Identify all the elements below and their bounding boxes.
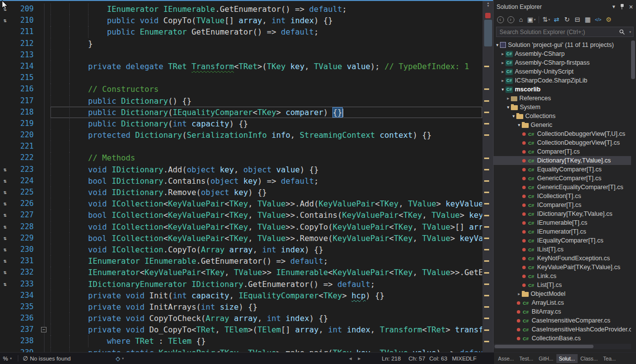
home-icon[interactable]: ⌂: [516, 15, 526, 24]
line-number[interactable]: 214: [10, 61, 38, 72]
tree-item[interactable]: C#CollectionDebuggerView[T,U].cs: [494, 129, 631, 138]
glyph-margin[interactable]: [0, 324, 10, 335]
tree-item[interactable]: ▸C#ICSharpCode.SharpZipLib: [494, 76, 631, 85]
code-text[interactable]: IEnumerator<KeyValuePair<TKey, TValue>> …: [50, 267, 482, 278]
collapsed-arrow-icon[interactable]: ▸: [516, 291, 522, 296]
tree-item[interactable]: C#Link.cs: [494, 272, 631, 281]
tree-item[interactable]: C#GenericComparer[T].cs: [494, 174, 631, 183]
tab-Class[interactable]: Class...: [578, 354, 600, 363]
switch-views-icon[interactable]: ▣▾: [527, 15, 536, 24]
code-text[interactable]: IEnumerator IEnumerable.GetEnumerator() …: [50, 255, 482, 267]
implements-link-icon[interactable]: ⇅: [0, 175, 10, 187]
tree-item[interactable]: C#IList[T].cs: [494, 245, 631, 254]
collapsed-arrow-icon[interactable]: ▸: [500, 60, 505, 65]
column-indicator[interactable]: Col: 63: [429, 353, 447, 364]
implements-link-icon[interactable]: ⇅: [0, 198, 10, 209]
search-icon[interactable]: [619, 29, 625, 35]
tree-item[interactable]: C#Dictionary[TKey,TValue].cs: [494, 156, 631, 165]
glyph-margin[interactable]: [0, 118, 10, 129]
line-number[interactable]: 212: [10, 38, 38, 49]
properties-icon[interactable]: ⚙: [604, 15, 613, 24]
tree-horizontal-scrollbar[interactable]: [494, 344, 631, 349]
tree-item[interactable]: ▾System: [494, 103, 631, 112]
tree-item[interactable]: ▸C#Assembly-CSharp-firstpass: [494, 58, 631, 67]
line-number[interactable]: 238: [10, 335, 38, 347]
code-text[interactable]: private void CopyToCheck(Array array, in…: [50, 313, 482, 324]
line-ending-indicator[interactable]: LF: [470, 353, 476, 364]
code-text[interactable]: private static KeyValuePair<TKey, TValue…: [50, 347, 482, 352]
code-text[interactable]: private delegate TRet Transform<TRet>(TK…: [50, 61, 482, 72]
line-number[interactable]: 235: [10, 301, 38, 313]
editor-scrollbar[interactable]: ▴▾: [482, 0, 493, 352]
expanded-arrow-icon[interactable]: ▾: [516, 122, 522, 127]
search-options-caret-icon[interactable]: ▾: [629, 30, 631, 34]
glyph-margin[interactable]: [0, 107, 10, 118]
glyph-margin[interactable]: [0, 95, 10, 107]
code-text[interactable]: void IDictionary.Add(object key, object …: [50, 164, 482, 175]
tree-item[interactable]: ▸C#Assembly-CSharp: [494, 49, 631, 58]
glyph-margin[interactable]: [0, 290, 10, 301]
tree-hscrollbar-thumb[interactable]: [495, 345, 593, 348]
pin-icon[interactable]: [620, 3, 625, 10]
editor-scrollbar-thumb[interactable]: [484, 20, 492, 46]
line-number[interactable]: 236: [10, 313, 38, 324]
glyph-margin[interactable]: [0, 301, 10, 313]
implements-link-icon[interactable]: ⇅: [0, 209, 10, 221]
code-text[interactable]: public Dictionary(IEqualityComparer<TKey…: [50, 107, 482, 118]
tree-item[interactable]: C#IEnumerator[T].cs: [494, 227, 631, 236]
line-number[interactable]: 221: [10, 141, 38, 152]
refresh-icon[interactable]: ↻: [562, 15, 572, 24]
tab-GitH[interactable]: GitH...: [536, 354, 556, 363]
code-text[interactable]: protected Dictionary(SerializationInfo i…: [50, 129, 482, 141]
tree-vertical-scrollbar[interactable]: [631, 40, 636, 342]
close-icon[interactable]: ×: [629, 4, 633, 10]
glyph-margin[interactable]: [0, 152, 10, 163]
line-number[interactable]: 224: [10, 175, 38, 187]
line-number[interactable]: 228: [10, 221, 38, 233]
glyph-margin[interactable]: [0, 83, 10, 95]
line-number[interactable]: 222: [10, 152, 38, 163]
code-text[interactable]: bool ICollection<KeyValuePair<TKey, TVal…: [50, 209, 482, 221]
glyph-margin[interactable]: [0, 38, 10, 49]
tree-item[interactable]: C#IComparer[T].cs: [494, 201, 631, 209]
code-text[interactable]: public Dictionary(int capacity) {}: [50, 118, 482, 129]
navigate-next-icon[interactable]: ►: [357, 356, 362, 361]
line-number[interactable]: 209: [10, 3, 38, 15]
line-number[interactable]: 237: [10, 324, 38, 335]
code-editor[interactable]: ⇅209IEnumerator IEnumerable.GetEnumerato…: [0, 0, 482, 352]
code-text[interactable]: IEnumerator IEnumerable.GetEnumerator() …: [50, 3, 482, 15]
implements-link-icon[interactable]: ⇅: [0, 164, 10, 175]
line-number[interactable]: 225: [10, 187, 38, 198]
line-number[interactable]: 230: [10, 244, 38, 255]
line-number[interactable]: 223: [10, 164, 38, 175]
tree-vscrollbar-thumb[interactable]: [631, 40, 635, 79]
navigate-prev-icon[interactable]: ◄: [348, 356, 353, 361]
code-text[interactable]: public Enumerator GetEnumerator() => def…: [50, 26, 482, 38]
line-number[interactable]: 220: [10, 129, 38, 141]
code-text[interactable]: private void Init(int capacity, IEqualit…: [50, 290, 482, 301]
issues-indicator[interactable]: ∅ No issues found: [23, 353, 71, 364]
window-position-icon[interactable]: ▾: [612, 3, 615, 10]
glyph-margin[interactable]: [0, 61, 10, 72]
tree-item[interactable]: ▾C#mscorlib: [494, 85, 631, 94]
navigate-forward-icon[interactable]: ›: [506, 15, 515, 24]
tab-Solut[interactable]: Solut...: [556, 354, 578, 363]
search-input[interactable]: [497, 27, 633, 37]
filter-icon[interactable]: ⇅▾: [542, 15, 551, 24]
line-number[interactable]: 239: [10, 347, 38, 352]
tree-item[interactable]: ▸ObjectModel: [494, 289, 631, 298]
line-number[interactable]: 218: [10, 107, 38, 118]
tree-item[interactable]: C#KeyNotFoundException.cs: [494, 254, 631, 263]
tree-item[interactable]: C#EqualityComparer[T].cs: [494, 165, 631, 174]
tree-item[interactable]: C#CollectionBase.cs: [494, 334, 631, 343]
tree-item[interactable]: C#CaseInsensitiveHashCodeProvider.cs: [494, 325, 631, 334]
tree-item[interactable]: C#IEnumerable[T].cs: [494, 218, 631, 227]
code-text[interactable]: IDictionaryEnumerator IDictionary.GetEnu…: [50, 279, 482, 290]
line-number[interactable]: 226: [10, 198, 38, 209]
tree-item[interactable]: C#CaseInsensitiveComparer.cs: [494, 316, 631, 325]
glyph-margin[interactable]: [0, 26, 10, 38]
code-text[interactable]: [50, 141, 482, 152]
character-indicator[interactable]: Ch: 57: [409, 353, 425, 364]
line-number[interactable]: 213: [10, 49, 38, 61]
line-number[interactable]: 219: [10, 118, 38, 129]
